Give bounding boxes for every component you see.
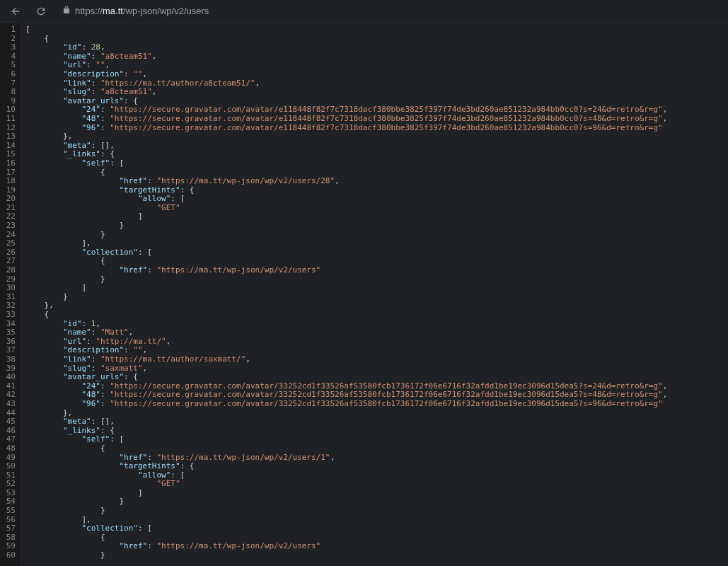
reload-button[interactable] [31, 1, 51, 21]
url-bar[interactable]: https://ma.tt/wp-json/wp/v2/users [57, 3, 722, 20]
json-viewer: 1234567891011121314151617181920212223242… [0, 23, 728, 566]
reload-icon [35, 6, 47, 17]
json-code-area[interactable]: [ { "id": 28, "name": "a8cteam51", "url"… [20, 23, 673, 566]
url-text: https://ma.tt/wp-json/wp/v2/users [75, 6, 209, 16]
browser-toolbar: https://ma.tt/wp-json/wp/v2/users [0, 0, 728, 23]
lock-icon [62, 6, 71, 16]
arrow-left-icon [10, 6, 21, 17]
line-number-gutter: 1234567891011121314151617181920212223242… [0, 23, 20, 566]
back-button[interactable] [6, 1, 25, 21]
